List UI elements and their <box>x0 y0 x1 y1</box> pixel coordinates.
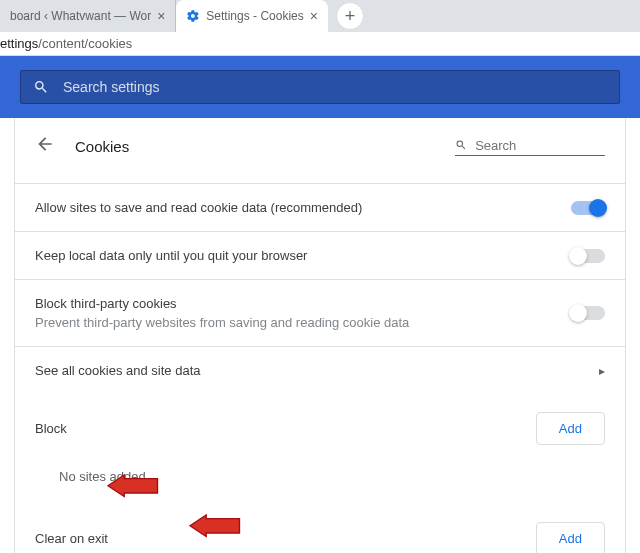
row-label: Allow sites to save and read cookie data… <box>35 200 571 215</box>
toggle-block-third[interactable] <box>571 306 605 320</box>
section-label: Block <box>35 421 536 436</box>
tab-title: Settings - Cookies <box>206 9 303 23</box>
row-allow-sites: Allow sites to save and read cookie data… <box>15 183 625 231</box>
browser-tabstrip: board ‹ Whatvwant — Wor × Settings - Coo… <box>0 0 640 32</box>
block-empty-text: No sites added <box>15 455 625 504</box>
toggle-keep-local[interactable] <box>571 249 605 263</box>
tab-title: board ‹ Whatvwant — Wor <box>10 9 151 23</box>
new-tab-button[interactable]: + <box>336 2 364 30</box>
add-button-clear-on-exit[interactable]: Add <box>536 522 605 553</box>
tab-inactive[interactable]: board ‹ Whatvwant — Wor × <box>0 0 176 32</box>
close-icon[interactable]: × <box>157 9 165 23</box>
chevron-right-icon: ▸ <box>599 364 605 378</box>
toggle-allow-sites[interactable] <box>571 201 605 215</box>
settings-card: Cookies Allow sites to save and read coo… <box>14 118 626 553</box>
row-block-third: Block third-party cookies Prevent third-… <box>15 279 625 346</box>
row-see-all[interactable]: See all cookies and site data ▸ <box>15 346 625 394</box>
gear-icon <box>186 9 200 23</box>
row-sublabel: Prevent third-party websites from saving… <box>35 315 571 330</box>
close-icon[interactable]: × <box>310 9 318 23</box>
search-settings-bar[interactable]: Search settings <box>20 70 620 104</box>
address-bar[interactable]: ettings/content/cookies <box>0 32 640 56</box>
row-keep-local: Keep local data only until you quit your… <box>15 231 625 279</box>
row-label: Block third-party cookies <box>35 296 571 311</box>
tab-active[interactable]: Settings - Cookies × <box>176 0 328 32</box>
row-label: Keep local data only until you quit your… <box>35 248 571 263</box>
section-block: Block Add <box>15 394 625 455</box>
settings-header: Search settings <box>0 56 640 118</box>
back-arrow-icon[interactable] <box>35 134 55 159</box>
page-search-input[interactable] <box>475 138 605 153</box>
url-fragment: ettings <box>0 36 38 51</box>
search-icon <box>455 138 467 152</box>
row-label: See all cookies and site data <box>35 363 599 378</box>
add-button-block[interactable]: Add <box>536 412 605 445</box>
page-title: Cookies <box>75 138 435 155</box>
search-icon <box>33 79 49 95</box>
search-settings-placeholder: Search settings <box>63 79 160 95</box>
section-label: Clear on exit <box>35 531 536 546</box>
section-clear-on-exit: Clear on exit Add <box>15 504 625 553</box>
page-search[interactable] <box>455 138 605 156</box>
url-fragment: /content/cookies <box>38 36 132 51</box>
